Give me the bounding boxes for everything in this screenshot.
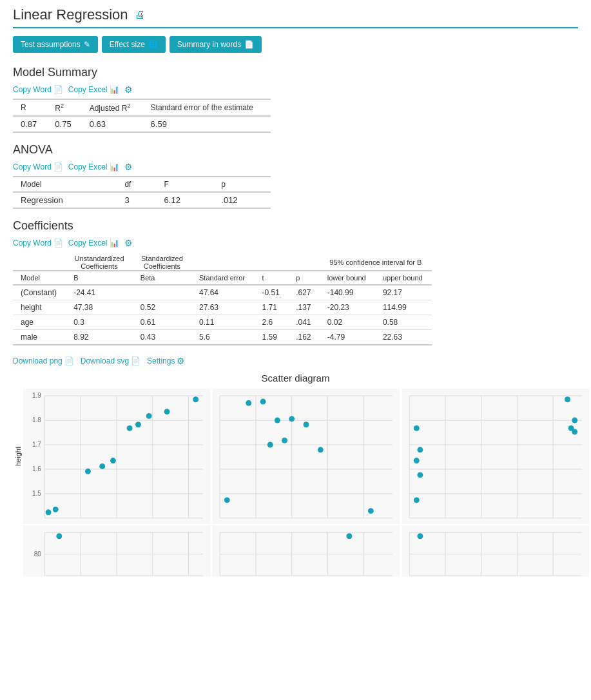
- download-svg-button[interactable]: Download svg 📄: [81, 356, 140, 365]
- svg-point-44: [318, 447, 324, 452]
- anova-col-model: Model: [13, 177, 117, 192]
- anova-col-F: F: [157, 177, 214, 192]
- svg-text:1.6: 1.6: [32, 465, 41, 472]
- scatter-chart-5-wrapper: [213, 525, 400, 577]
- coeff-cell-SE: 27.63: [191, 300, 254, 315]
- coeff-cell-SE: 0.11: [191, 315, 254, 330]
- scatter-chart-2: [213, 389, 400, 524]
- svg-point-39: [275, 418, 280, 423]
- coeff-cell-B: -24.41: [66, 285, 133, 300]
- coeff-col-ub: upper bound: [375, 271, 432, 285]
- anova-copy-word[interactable]: Copy Word 📄: [13, 162, 63, 171]
- coeff-excel-icon: 📊: [110, 238, 119, 248]
- coeff-settings-icon[interactable]: ⚙: [124, 238, 133, 248]
- coeff-ci-header: 95% confidence interval for B: [320, 252, 432, 271]
- test-assumptions-button[interactable]: Test assumptions ✎: [13, 36, 98, 53]
- model-summary-table: R R2 Adjusted R2 Standard error of the e…: [13, 99, 271, 133]
- svg-point-62: [414, 497, 420, 503]
- scatter-chart-3: [402, 389, 589, 524]
- scatter-svg-6: [402, 525, 589, 583]
- coeff-cell-Beta: 0.52: [133, 300, 191, 315]
- coeff-cell-model: age: [13, 315, 66, 330]
- svg-point-85: [346, 533, 352, 539]
- table-row: male 8.92 0.43 5.6 1.59 .162 -4.79 22.63: [13, 330, 432, 345]
- cell-AdjR2: 0.63: [82, 116, 143, 132]
- scatter-diagram-title: Scatter diagram: [13, 373, 578, 384]
- scatter-chart-6-wrapper: [402, 525, 589, 577]
- model-summary-copy-word[interactable]: Copy Word 📄: [13, 85, 63, 94]
- coeff-cell-t: 1.59: [254, 330, 288, 345]
- anova-table: Model df F p Regression 3 6.12 .012: [13, 176, 271, 209]
- anova-cell-p: .012: [213, 192, 271, 208]
- coeff-cell-B: 8.92: [66, 330, 133, 345]
- coeff-cell-p: .162: [288, 330, 320, 345]
- svg-point-16: [53, 507, 59, 512]
- svg-point-38: [260, 399, 266, 405]
- anova-copy-row: Copy Word 📄 Copy Excel 📊 ⚙: [13, 162, 578, 172]
- svg-point-24: [164, 409, 170, 414]
- download-png-button[interactable]: Download png 📄: [13, 356, 74, 365]
- svg-text:1.8: 1.8: [32, 416, 41, 423]
- coeff-col-model: Model: [13, 271, 66, 285]
- coeff-cell-Beta: 0.61: [133, 315, 191, 330]
- coeff-cell-model: height: [13, 300, 66, 315]
- coeff-cell-ub: 114.99: [375, 300, 432, 315]
- download-png-icon: 📄: [64, 356, 74, 365]
- scatter-svg-1: 1.9 1.8 1.7 1.6 1.5: [23, 389, 210, 532]
- coeff-copy-excel[interactable]: Copy Excel 📊: [68, 238, 119, 248]
- col-R2: R2: [47, 99, 81, 116]
- coeff-group-header-row: UnstandardizedCoefficients StandardizedC…: [13, 252, 432, 271]
- summary-words-button[interactable]: Summary in words 📄: [170, 36, 262, 53]
- print-icon[interactable]: 🖨: [135, 9, 145, 21]
- coeff-col-t: t: [254, 271, 288, 285]
- coeff-col-header-row: Model B Beta Standard error t p lower bo…: [13, 271, 432, 285]
- col-AdjR2: Adjusted R2: [82, 99, 143, 116]
- coeff-cell-Beta: [133, 285, 191, 300]
- effect-size-button[interactable]: Effect size 🌐: [102, 36, 166, 53]
- y-axis-label-1: height: [13, 389, 23, 524]
- svg-point-25: [193, 396, 199, 402]
- coeff-col-lb: lower bound: [320, 271, 375, 285]
- coefficients-title: Coefficients: [13, 219, 578, 233]
- coeff-unstd-header: UnstandardizedCoefficients: [66, 252, 133, 271]
- coeff-cell-lb: -4.79: [320, 330, 375, 345]
- svg-point-66: [572, 429, 577, 434]
- model-summary-copy-excel[interactable]: Copy Excel 📊: [68, 85, 119, 94]
- excel-icon: 📊: [110, 85, 119, 94]
- scatter-svg-5: [213, 525, 400, 583]
- scatter-section: Download png 📄 Download svg 📄 Settings ⚙…: [13, 356, 578, 577]
- anova-settings-icon[interactable]: ⚙: [124, 162, 133, 172]
- anova-cell-df: 3: [117, 192, 156, 208]
- svg-point-21: [127, 425, 133, 431]
- coeff-cell-t: 1.71: [254, 300, 288, 315]
- svg-point-41: [304, 422, 309, 427]
- model-summary-copy-row: Copy Word 📄 Copy Excel 📊 ⚙: [13, 84, 578, 95]
- anova-copy-excel[interactable]: Copy Excel 📊: [68, 162, 119, 171]
- coeff-word-icon: 📄: [53, 238, 63, 248]
- coeff-cell-ub: 22.63: [375, 330, 432, 345]
- coeff-copy-word[interactable]: Copy Word 📄: [13, 238, 63, 248]
- anova-title: ANOVA: [13, 143, 578, 157]
- cell-R2: 0.75: [47, 116, 81, 132]
- svg-text:1.7: 1.7: [32, 441, 41, 448]
- svg-point-22: [135, 422, 141, 427]
- coefficients-section: Coefficients Copy Word 📄 Copy Excel 📊 ⚙ …: [13, 219, 578, 345]
- table-row: 0.87 0.75 0.63 6.59: [13, 116, 271, 132]
- svg-point-23: [146, 413, 152, 419]
- scatter-chart-3-wrapper: [402, 389, 589, 524]
- coeff-std-header: StandardizedCoefficients: [133, 252, 191, 271]
- coefficients-table: UnstandardizedCoefficients StandardizedC…: [13, 252, 432, 345]
- coeff-empty4-th: [288, 252, 320, 271]
- word-icon: 📄: [53, 85, 63, 94]
- anova-cell-F: 6.12: [157, 192, 214, 208]
- model-summary-settings-icon[interactable]: ⚙: [124, 84, 133, 95]
- table-row: height 47.38 0.52 27.63 1.71 .137 -20.23…: [13, 300, 432, 315]
- test-assumptions-icon: ✎: [84, 40, 90, 49]
- scatter-download-row: Download png 📄 Download svg 📄 Settings ⚙: [13, 356, 578, 366]
- test-assumptions-label: Test assumptions: [21, 40, 81, 49]
- y-axis-label-2: [13, 525, 23, 577]
- cell-R: 0.87: [13, 116, 47, 132]
- effect-size-label: Effect size: [110, 40, 145, 49]
- table-row: Regression 3 6.12 .012: [13, 192, 271, 208]
- scatter-settings-button[interactable]: Settings ⚙: [147, 356, 185, 366]
